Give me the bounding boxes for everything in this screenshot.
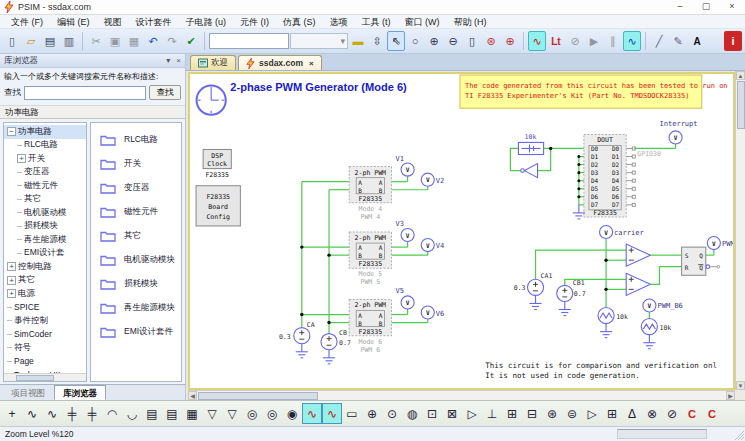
- tab-close-icon[interactable]: ×: [309, 59, 314, 68]
- menu-help[interactable]: 帮助 (H): [447, 15, 494, 29]
- library-folder[interactable]: 其它: [91, 224, 181, 248]
- controlled-source-button[interactable]: ⊛: [542, 403, 562, 424]
- tab-ssdax[interactable]: ssdax.com ×: [238, 55, 322, 70]
- scrollbar-thumb[interactable]: [198, 392, 318, 400]
- pz-block-button[interactable]: ⊟: [522, 403, 542, 424]
- square-source-button[interactable]: ⊡: [422, 403, 442, 424]
- maximize-button[interactable]: ▢: [693, 0, 719, 14]
- inverter-gate[interactable]: [524, 164, 537, 178]
- library-folder[interactable]: 损耗模块: [91, 272, 181, 296]
- board-config-block[interactable]: F28335 Board Config: [196, 186, 240, 226]
- zoom-selected-button[interactable]: ⊛: [482, 31, 500, 51]
- current-probe-button[interactable]: ◉: [282, 403, 302, 424]
- menu-elements[interactable]: 元件 (I): [233, 15, 276, 29]
- comparator-1[interactable]: [626, 244, 650, 266]
- triangle-source-button[interactable]: ⊠: [442, 403, 462, 424]
- node-probe-button[interactable]: ⊥: [482, 403, 502, 424]
- undo-button[interactable]: ↶: [144, 31, 162, 51]
- math-block-button[interactable]: ⊞: [602, 403, 622, 424]
- probe-v4[interactable]: V V4: [421, 239, 444, 256]
- pwm-block-3[interactable]: 2-ph PWM A B A B F28335 Mode 6 PWM 6: [349, 299, 391, 353]
- source-cb1[interactable]: CB1 0.7: [557, 279, 627, 315]
- inductor-button[interactable]: ◠: [102, 403, 122, 424]
- coupled-inductor-button[interactable]: ◡: [122, 403, 142, 424]
- tree-item-transformers[interactable]: 变压器: [4, 166, 86, 180]
- source-ca[interactable]: CA 0.3: [279, 321, 315, 358]
- rheostat-button[interactable]: ∿: [42, 403, 62, 424]
- capacitor-button[interactable]: ╪: [62, 403, 82, 424]
- expand-icon[interactable]: +: [7, 276, 16, 285]
- library-folder[interactable]: 电机驱动模块: [91, 248, 181, 272]
- tree-item-renewable-energy[interactable]: 再生能源模: [4, 233, 86, 247]
- edit-tool-button[interactable]: ✎: [669, 31, 687, 51]
- tab-welcome[interactable]: 欢迎: [190, 55, 236, 70]
- expand-icon[interactable]: +: [7, 289, 16, 298]
- tree-item-other-root[interactable]: +其它: [4, 274, 86, 288]
- tree-item-control-circuit[interactable]: +控制电路: [4, 260, 86, 274]
- c-script-button[interactable]: C: [682, 403, 702, 424]
- controlled-source-2-button[interactable]: ⊜: [562, 403, 582, 424]
- panel-close-icon[interactable]: ×: [176, 56, 181, 65]
- c-block-button[interactable]: C: [702, 403, 722, 424]
- tree-item-spice[interactable]: SPICE: [4, 301, 86, 315]
- ac-source-button[interactable]: ⊙: [382, 403, 402, 424]
- probe-carrier[interactable]: V carrier: [600, 225, 644, 307]
- resistor-button[interactable]: ∿: [22, 403, 42, 424]
- tree-item-power-circuit[interactable]: −功率电路: [4, 125, 86, 139]
- wire-tool-button[interactable]: ╱: [650, 31, 668, 51]
- probe-v1[interactable]: V V1: [396, 154, 415, 182]
- menu-window[interactable]: 窗口 (W): [398, 15, 447, 29]
- panel-collapse-icon[interactable]: ▾: [166, 56, 170, 65]
- menu-utilities[interactable]: 工具 (t): [355, 15, 398, 29]
- diode-button[interactable]: ▽: [202, 403, 222, 424]
- sensor-button[interactable]: Δ: [622, 403, 642, 424]
- schematic-canvas[interactable]: 2-phase PWM Generator (Mode 6) The code …: [186, 71, 745, 400]
- zoom-in-button[interactable]: ⊕: [425, 31, 443, 51]
- menu-simulate[interactable]: 仿真 (S): [276, 15, 323, 29]
- dsp-clock-block[interactable]: DSP Clock F28335: [203, 149, 231, 178]
- probe-pwm[interactable]: V PWM: [706, 237, 733, 256]
- close-button[interactable]: ×: [719, 0, 745, 14]
- zoom-out-button[interactable]: ⊖: [444, 31, 462, 51]
- carrier-oscillator[interactable]: 10k: [598, 307, 628, 337]
- help-button[interactable]: i: [724, 31, 742, 51]
- resize-grip[interactable]: [734, 430, 744, 440]
- label-tool-button[interactable]: ▬: [349, 31, 367, 51]
- tree-item-other[interactable]: 其它: [4, 193, 86, 207]
- capacitor-polar-button[interactable]: ╪: [82, 403, 102, 424]
- menu-options[interactable]: 选项: [323, 15, 355, 29]
- open-file-button[interactable]: ▱: [22, 31, 40, 51]
- menu-design-suites[interactable]: 设计套件: [129, 15, 179, 29]
- tree-item-event-control[interactable]: 事件控制: [4, 314, 86, 328]
- probe-v5[interactable]: V V5: [396, 286, 415, 314]
- menu-subcircuit[interactable]: 子电路 (u): [179, 15, 234, 29]
- wire-button[interactable]: +: [2, 403, 22, 424]
- scroll-right-icon[interactable]: ▶: [726, 391, 735, 400]
- sine-source-button[interactable]: ◍: [402, 403, 422, 424]
- note-box[interactable]: The code generated from this circuit has…: [460, 75, 728, 108]
- transformer-button[interactable]: ▤: [142, 403, 162, 424]
- component-search-input[interactable]: [209, 33, 289, 49]
- voltage-probe-button[interactable]: ◎: [242, 403, 262, 424]
- library-folder[interactable]: 变压器: [91, 176, 181, 200]
- schematic-sheet[interactable]: 2-phase PWM Generator (Mode 6) The code …: [188, 72, 735, 390]
- clock-icon[interactable]: [197, 86, 226, 115]
- tree-item-magnetic-elements[interactable]: 磁性元件: [4, 179, 86, 193]
- resistor-block-button[interactable]: ▭: [342, 403, 362, 424]
- scope-1ch-button[interactable]: ∿: [302, 403, 322, 424]
- dc-source-button[interactable]: ⊕: [362, 403, 382, 424]
- tree-item-motor-drive[interactable]: 电机驱动模: [4, 206, 86, 220]
- view-waveform-button[interactable]: ∿: [623, 31, 641, 51]
- select-tool-button[interactable]: ⇖: [387, 31, 405, 51]
- panel-tab-library-browser[interactable]: 库浏览器: [54, 385, 106, 400]
- tree-item-symbols[interactable]: 符号: [4, 341, 86, 355]
- comparator-button[interactable]: ▷: [582, 403, 602, 424]
- opamp-button[interactable]: ▷: [462, 403, 482, 424]
- tree-item-emi-design[interactable]: EMI设计套: [4, 247, 86, 261]
- vertical-scrollbar[interactable]: ▲ ▼: [735, 71, 745, 390]
- tree-item-sources[interactable]: +电源: [4, 287, 86, 301]
- panel-tab-project-view[interactable]: 项目视图: [2, 385, 54, 400]
- component-combo[interactable]: ▾: [290, 33, 348, 49]
- dout-block[interactable]: DOUT D0D0 D1D1 D2D2 D3D3 D4D4 D5D5 D6D6 …: [573, 134, 635, 219]
- pwm-oscillator[interactable]: 10k: [641, 319, 671, 349]
